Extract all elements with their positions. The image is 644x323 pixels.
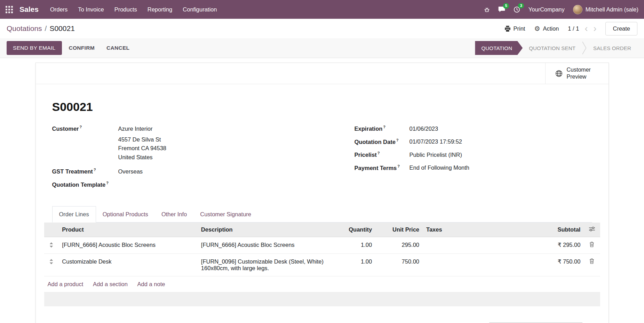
customer-preview-label: Customer Preview <box>567 66 599 80</box>
payment-terms-value[interactable]: End of Following Month <box>410 164 469 171</box>
status-step-quotation-sent[interactable]: QUOTATION SENT <box>523 41 582 55</box>
payment-terms-label: Payment Terms? <box>355 164 410 171</box>
expiration-label: Expiration? <box>355 125 410 132</box>
globe-icon <box>555 70 563 77</box>
pricelist-value[interactable]: Public Pricelist (INR) <box>410 152 462 158</box>
cell-taxes[interactable] <box>423 254 534 276</box>
apps-grid-glyph <box>6 6 13 13</box>
field-group: Customer? Azure Interior 4557 De Silva S… <box>52 125 592 194</box>
tab-optional-products[interactable]: Optional Products <box>96 206 155 222</box>
pager: 1 / 1 ‹ › <box>568 25 596 32</box>
app-brand[interactable]: Sales <box>18 5 45 14</box>
control-panel: Quotations / S00021 Print ⚙ Action 1 / 1… <box>0 19 644 38</box>
gst-help-icon: ? <box>94 168 96 172</box>
breadcrumb-quotations[interactable]: Quotations <box>7 24 42 33</box>
bug-icon[interactable] <box>484 7 490 13</box>
pager-next-icon[interactable]: › <box>593 25 596 32</box>
expiration-value[interactable]: 01/06/2023 <box>410 126 438 132</box>
header-quantity[interactable]: Quantity <box>334 223 375 237</box>
field-expiration: Expiration? 01/06/2023 <box>355 125 592 132</box>
add-a-note-link[interactable]: Add a note <box>137 281 165 287</box>
cell-description[interactable]: [FURN_6666] Acoustic Bloc Screens <box>198 237 334 254</box>
nav-item-reporting[interactable]: Reporting <box>142 0 178 19</box>
trash-icon <box>589 242 594 247</box>
drag-handle-icon[interactable] <box>44 254 59 276</box>
trash-icon <box>589 258 594 264</box>
cell-product[interactable]: Customizable Desk <box>58 254 198 276</box>
pager-value[interactable]: 1 / 1 <box>568 25 579 32</box>
field-quotation-date: Quotation Date? 01/07/2023 17:59:52 <box>355 138 592 145</box>
statusbar-buttons: SEND BY EMAIL CONFIRM CANCEL <box>7 41 134 55</box>
cell-subtotal: ₹ 295.00 <box>534 237 584 254</box>
header-taxes[interactable]: Taxes <box>423 223 534 237</box>
nav-item-orders[interactable]: Orders <box>45 0 73 19</box>
address-line-2: Fremont CA 94538 <box>118 144 167 153</box>
header-description[interactable]: Description <box>198 223 334 237</box>
delete-line-button[interactable] <box>584 237 600 254</box>
record-title[interactable]: S00021 <box>52 100 592 114</box>
field-column-left: Customer? Azure Interior 4557 De Silva S… <box>52 125 355 194</box>
printer-icon <box>504 26 511 32</box>
company-switcher[interactable]: YourCompany <box>528 6 565 13</box>
header-handle <box>44 223 59 237</box>
user-name: Mitchell Admin (sale) <box>586 6 638 13</box>
action-menu-button[interactable]: ⚙ Action <box>534 25 559 33</box>
customer-value[interactable]: Azure Interior 4557 De Silva St Fremont … <box>118 126 167 162</box>
send-by-email-button[interactable]: SEND BY EMAIL <box>7 41 62 55</box>
tab-customer-signature[interactable]: Customer Signature <box>193 206 258 222</box>
cancel-button[interactable]: CANCEL <box>102 41 134 55</box>
add-a-product-link[interactable]: Add a product <box>48 281 84 287</box>
optional-columns-button[interactable] <box>584 223 600 237</box>
gst-treatment-value[interactable]: Overseas <box>118 168 143 175</box>
nav-item-to-invoice[interactable]: To Invoice <box>73 0 109 19</box>
breadcrumb: Quotations / S00021 <box>7 24 75 33</box>
print-label: Print <box>514 25 525 32</box>
apps-grid-icon[interactable] <box>0 0 18 19</box>
cell-taxes[interactable] <box>423 237 534 254</box>
payment-terms-help-icon: ? <box>397 164 400 168</box>
header-product[interactable]: Product <box>58 223 198 237</box>
header-subtotal[interactable]: Subtotal <box>534 223 584 237</box>
add-a-section-link[interactable]: Add a section <box>93 281 128 287</box>
nav-item-products[interactable]: Products <box>109 0 142 19</box>
user-menu[interactable]: Mitchell Admin (sale) <box>573 5 638 14</box>
order-line-row[interactable]: Customizable Desk [FURN_0096] Customizab… <box>44 254 600 276</box>
field-pricelist: Pricelist? Public Pricelist (INR) <box>355 151 592 158</box>
breadcrumb-separator: / <box>45 24 47 33</box>
tab-order-lines[interactable]: Order Lines <box>52 206 96 223</box>
cell-unit-price[interactable]: 750.00 <box>375 254 423 276</box>
main-menu: Orders To Invoice Products Reporting Con… <box>45 0 222 19</box>
customer-preview-button[interactable]: Customer Preview <box>545 63 609 84</box>
nav-item-configuration[interactable]: Configuration <box>177 0 222 19</box>
cell-description[interactable]: [FURN_0096] Customizable Desk (Steel, Wh… <box>198 254 334 276</box>
statusbar: SEND BY EMAIL CONFIRM CANCEL QUOTATION Q… <box>0 38 644 58</box>
field-column-right: Expiration? 01/06/2023 Quotation Date? 0… <box>355 125 592 194</box>
action-label: Action <box>543 25 559 32</box>
cell-unit-price[interactable]: 295.00 <box>375 237 423 254</box>
form-sheet: Customer Preview S00021 Customer? Azure … <box>35 63 609 323</box>
field-payment-terms: Payment Terms? End of Following Month <box>355 164 592 171</box>
confirm-button[interactable]: CONFIRM <box>64 41 100 55</box>
order-line-row[interactable]: [FURN_6666] Acoustic Bloc Screens [FURN_… <box>44 237 600 254</box>
print-button[interactable]: Print <box>504 25 525 32</box>
create-button[interactable]: Create <box>605 22 637 35</box>
header-unit-price[interactable]: Unit Price <box>375 223 423 237</box>
status-step-quotation[interactable]: QUOTATION <box>475 41 523 55</box>
systray: 5 3 YourCompany Mitchell Admin (sale) <box>484 5 638 14</box>
customer-name[interactable]: Azure Interior <box>118 126 153 132</box>
quotation-date-help-icon: ? <box>396 138 399 142</box>
field-gst-treatment: GST Treatment? Overseas <box>52 168 355 175</box>
delete-line-button[interactable] <box>584 254 600 276</box>
cell-quantity[interactable]: 1.00 <box>334 254 375 276</box>
bug-glyph <box>484 7 490 13</box>
messages-icon[interactable]: 5 <box>498 6 505 13</box>
field-customer: Customer? Azure Interior 4557 De Silva S… <box>52 125 355 162</box>
activities-icon[interactable]: 3 <box>514 6 520 13</box>
quotation-date-value[interactable]: 01/07/2023 17:59:52 <box>410 138 462 145</box>
tab-other-info[interactable]: Other Info <box>155 206 193 222</box>
drag-handle-icon[interactable] <box>44 237 59 254</box>
status-step-sales-order[interactable]: SALES ORDER <box>587 41 637 55</box>
cell-quantity[interactable]: 1.00 <box>334 237 375 254</box>
pager-previous-icon[interactable]: ‹ <box>585 25 588 32</box>
cell-product[interactable]: [FURN_6666] Acoustic Bloc Screens <box>58 237 198 254</box>
